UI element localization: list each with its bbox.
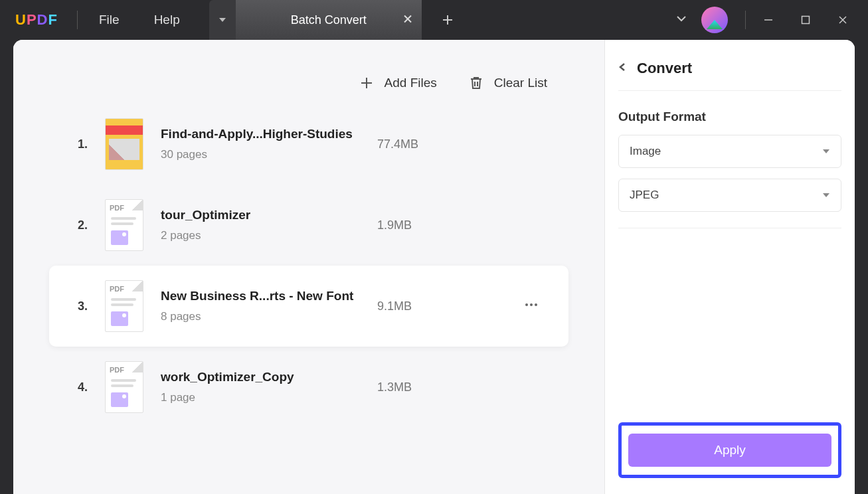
file-size: 1.3MB [377,380,483,394]
svg-point-2 [530,303,533,306]
file-size: 9.1MB [377,299,483,313]
plus-icon [359,76,374,90]
add-tab-button[interactable] [434,0,462,40]
sidebar-title: Convert [637,60,692,77]
divider [618,228,841,228]
file-name: New Business R...rts - New Font [161,289,360,303]
divider [77,11,78,29]
close-tab-icon[interactable] [403,13,412,27]
row-index: 4. [69,380,88,394]
output-format-select[interactable]: Image [618,135,841,168]
output-format-value: Image [630,145,661,158]
tab-batch-convert[interactable]: Batch Convert [236,0,422,40]
svg-point-1 [525,303,528,306]
file-name: Find-and-Apply...Higher-Studies [161,127,360,141]
row-index: 3. [69,299,88,313]
menu-help[interactable]: Help [137,13,197,27]
output-subformat-value: JPEG [630,189,659,202]
file-thumbnail [105,361,143,413]
menu-file[interactable]: File [82,13,137,27]
window-close-button[interactable] [824,7,861,33]
row-index: 2. [69,218,88,232]
svg-rect-0 [802,17,810,24]
file-name: work_Optimizer_Copy [161,370,360,384]
tab-title: Batch Convert [291,13,367,27]
apply-button[interactable]: Apply [628,434,831,467]
svg-point-3 [535,303,537,306]
back-button[interactable] [618,62,628,74]
file-row[interactable]: 4.work_Optimizer_Copy1 page1.3MB [49,347,568,428]
add-files-button[interactable]: Add Files [359,76,437,90]
file-thumbnail [105,199,143,251]
file-name: tour_Optimizer [161,208,360,222]
trash-icon [469,76,483,90]
file-pages: 30 pages [161,148,360,161]
file-row[interactable]: 1.Find-and-Apply...Higher-Studies30 page… [49,104,568,185]
chevron-down-icon [822,191,830,199]
file-size: 1.9MB [377,218,483,232]
apply-highlight: Apply [618,422,841,478]
file-thumbnail [105,280,143,332]
clear-list-button[interactable]: Clear List [469,76,547,90]
file-pages: 1 page [161,391,360,404]
user-avatar[interactable] [701,7,728,33]
file-thumbnail [105,118,143,170]
file-row[interactable]: 2.tour_Optimizer2 pages1.9MB [49,185,568,266]
chevron-down-icon[interactable] [675,12,688,28]
app-logo: UPDF [0,11,73,29]
window-maximize-button[interactable] [787,7,824,33]
divider [745,11,746,29]
clear-list-label: Clear List [494,76,547,90]
file-size: 77.4MB [377,137,483,151]
add-files-label: Add Files [385,76,437,90]
output-subformat-select[interactable]: JPEG [618,179,841,212]
row-index: 1. [69,137,88,151]
window-minimize-button[interactable] [750,7,787,33]
tab-dropdown[interactable] [209,0,236,40]
chevron-down-icon [822,147,830,155]
output-format-label: Output Format [618,110,841,124]
file-pages: 2 pages [161,229,360,242]
file-row[interactable]: 3.New Business R...rts - New Font8 pages… [49,266,568,347]
more-options-button[interactable] [523,297,549,315]
file-pages: 8 pages [161,310,360,323]
